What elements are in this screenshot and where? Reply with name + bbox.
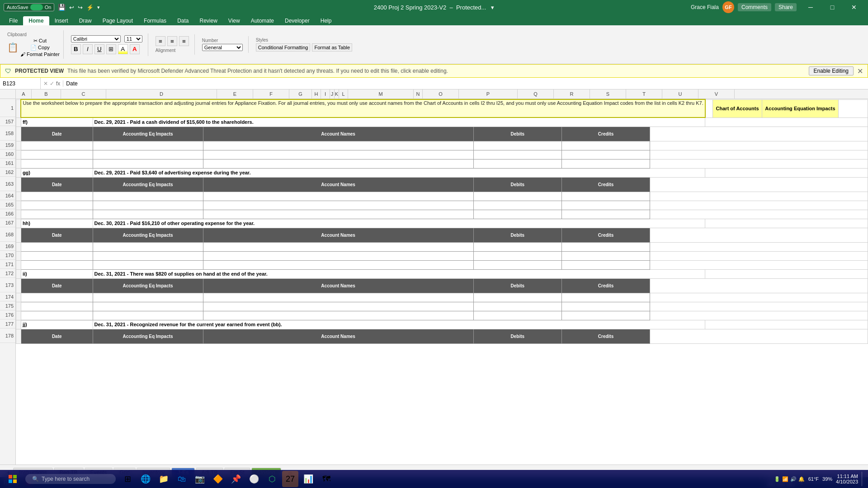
col-header-a[interactable]: A [16, 89, 32, 99]
cell-c169[interactable] [93, 242, 203, 251]
cell-f170[interactable] [561, 251, 650, 260]
start-button[interactable] [4, 470, 22, 488]
row-num-1[interactable]: 1 [0, 99, 15, 117]
row-num-160[interactable]: 160 [0, 150, 15, 159]
cell-d165[interactable] [203, 201, 473, 210]
cell-e174[interactable] [473, 293, 561, 302]
col-header-t[interactable]: T [626, 89, 662, 99]
cell-b171[interactable] [21, 260, 93, 269]
col-header-p[interactable]: P [459, 89, 518, 99]
chart-accounts-cell[interactable]: Chart of Accounts [712, 99, 762, 117]
tab-page-layout[interactable]: Page Layout [97, 16, 138, 25]
cell-e173-hdr[interactable]: Debits [473, 278, 561, 293]
cell-e163-hdr[interactable]: Debits [473, 177, 561, 192]
col-header-s[interactable]: S [590, 89, 626, 99]
tab-file[interactable]: File [4, 16, 23, 25]
cell-f168-hdr[interactable]: Credits [561, 228, 650, 242]
tab-formulas[interactable]: Formulas [138, 16, 172, 25]
cell-e166[interactable] [473, 210, 561, 219]
cell-d163-hdr[interactable]: Account Names [203, 177, 473, 192]
cell-e171[interactable] [473, 260, 561, 269]
cell-b159[interactable] [21, 141, 93, 150]
cell-d161[interactable] [203, 159, 473, 168]
col-header-v[interactable]: V [698, 89, 735, 99]
col-header-e[interactable]: E [217, 89, 253, 99]
cell-c159[interactable] [93, 141, 203, 150]
clock[interactable]: 11:11 AM 4/10/2023 [836, 474, 858, 484]
col-header-n[interactable]: N [414, 89, 423, 99]
cell-d178-hdr[interactable]: Account Names [203, 329, 473, 343]
cell-e159[interactable] [473, 141, 561, 150]
col-header-f[interactable]: F [253, 89, 289, 99]
cell-b166[interactable] [21, 210, 93, 219]
minimize-button[interactable]: ─ [800, 0, 821, 14]
cell-f160[interactable] [561, 150, 650, 159]
underline-btn[interactable]: U [94, 44, 104, 54]
col-header-m[interactable]: M [348, 89, 414, 99]
row-num-177[interactable]: 177 [0, 319, 15, 328]
tab-insert[interactable]: Insert [49, 16, 74, 25]
cell-b160[interactable] [21, 150, 93, 159]
autosave-toggle[interactable] [30, 4, 43, 10]
cell-d168-hdr[interactable]: Account Names [203, 228, 473, 242]
row-num-168[interactable]: 168 [0, 227, 15, 242]
cell-f159[interactable] [561, 141, 650, 150]
cell-b174[interactable] [21, 293, 93, 302]
row-num-175[interactable]: 175 [0, 301, 15, 310]
col-header-i[interactable]: I [321, 89, 330, 99]
borders-btn[interactable]: ⊞ [106, 44, 116, 54]
cell-b167[interactable]: hh) [21, 219, 93, 228]
format-table-btn[interactable]: Format as Table [312, 43, 352, 52]
redo-icon[interactable]: ↪ [78, 4, 83, 11]
col-header-b[interactable]: B [32, 89, 61, 99]
cell-b172[interactable]: ii) [21, 269, 93, 278]
conditional-format-btn[interactable]: Conditional Formatting [256, 43, 311, 52]
bold-btn[interactable]: B [71, 44, 81, 54]
chrome-icon[interactable]: ⚪ [246, 471, 262, 487]
cell-f164[interactable] [561, 192, 650, 201]
cell-c166[interactable] [93, 210, 203, 219]
cell-b168-hdr[interactable]: Date [21, 228, 93, 242]
cell-d175[interactable] [203, 302, 473, 311]
row-num-167[interactable]: 167 [0, 218, 15, 227]
cell-c170[interactable] [93, 251, 203, 260]
cancel-formula-icon[interactable]: ✕ [43, 80, 48, 87]
col-header-d[interactable]: D [106, 89, 217, 99]
row-num-171[interactable]: 171 [0, 260, 15, 269]
cell-b178-hdr[interactable]: Date [21, 329, 93, 343]
enable-editing-button[interactable]: Enable Editing [809, 66, 854, 75]
cell-b169[interactable] [21, 242, 93, 251]
share-btn[interactable]: Share [775, 3, 797, 11]
insert-function-icon[interactable]: fx [56, 80, 60, 87]
row-num-165[interactable]: 165 [0, 200, 15, 209]
tab-automate[interactable]: Automate [245, 16, 279, 25]
cell-b165[interactable] [21, 201, 93, 210]
cell-f175[interactable] [561, 302, 650, 311]
cell-e178-hdr[interactable]: Debits [473, 329, 561, 343]
app1-icon[interactable]: 🔶 [210, 471, 226, 487]
maximize-button[interactable]: □ [822, 0, 843, 14]
fill-color-btn[interactable]: A [118, 44, 128, 54]
autosave-badge[interactable]: AutoSave On [4, 3, 54, 11]
col-header-o[interactable]: O [423, 89, 459, 99]
cell-b157[interactable]: ff) [21, 117, 93, 127]
cell-f173-hdr[interactable]: Credits [561, 278, 650, 293]
cell-c164[interactable] [93, 192, 203, 201]
cell-e170[interactable] [473, 251, 561, 260]
tab-help[interactable]: Help [315, 16, 337, 25]
comments-btn[interactable]: Comments [738, 3, 771, 11]
cell-d160[interactable] [203, 150, 473, 159]
cell-b164[interactable] [21, 192, 93, 201]
col-header-c[interactable]: C [61, 89, 106, 99]
row-num-170[interactable]: 170 [0, 251, 15, 260]
cell-b162[interactable]: gg) [21, 168, 93, 177]
format-painter-btn[interactable]: 🖌 Format Painter [20, 52, 60, 57]
cell-d170[interactable] [203, 251, 473, 260]
col-header-k[interactable]: K [335, 89, 339, 99]
cell-e175[interactable] [473, 302, 561, 311]
cell-e161[interactable] [473, 159, 561, 168]
col-header-h[interactable]: H [312, 89, 321, 99]
cell-f171[interactable] [561, 260, 650, 269]
cell-c163-hdr[interactable]: Accounting Eq Impacts [93, 177, 203, 192]
cell-c178-hdr[interactable]: Accounting Eq Impacts [93, 329, 203, 343]
